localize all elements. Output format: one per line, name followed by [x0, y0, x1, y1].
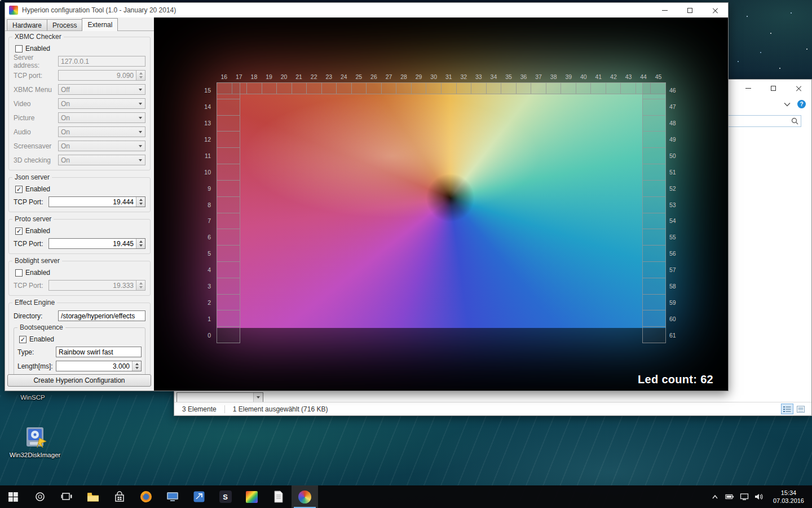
status-selection: 1 Element ausgewählt (716 KB) [233, 405, 328, 413]
taskbar-app-monitor[interactable] [159, 485, 186, 508]
close-button[interactable] [703, 3, 728, 17]
taskbar-app-blue[interactable] [186, 485, 212, 508]
taskbar-app-s[interactable]: S [212, 485, 239, 508]
spin-up-icon[interactable] [139, 240, 143, 243]
create-configuration-button[interactable]: Create Hyperion Configuration [7, 374, 151, 387]
taskbar-app-light[interactable] [265, 485, 292, 508]
field-label: TCP Port: [14, 240, 48, 248]
close-icon [796, 85, 802, 91]
json-tcp-port-spinner[interactable]: 19.444 [48, 196, 145, 207]
proto-enabled-checkbox[interactable]: ✓ [15, 227, 23, 235]
spin-buttons[interactable] [132, 361, 141, 371]
effects-directory-input[interactable] [58, 310, 145, 321]
spin-down-icon[interactable] [139, 76, 143, 78]
field-label: XBMC Menu [14, 86, 58, 94]
led-label: 5 [194, 246, 214, 262]
group-title: Json server [12, 173, 52, 181]
xbmc-tcp-port-spinner[interactable]: 9.090 [58, 70, 145, 81]
led-cell [642, 116, 666, 132]
spin-up-icon[interactable] [139, 282, 143, 284]
spin-buttons[interactable] [136, 239, 145, 248]
picture-combo[interactable]: On [58, 112, 145, 123]
bootsequence-type-input[interactable] [56, 347, 142, 357]
taskbar-clock[interactable]: 15:34 07.03.2016 [770, 489, 807, 505]
video-combo[interactable]: On [58, 98, 145, 109]
led-label: 53 [668, 196, 686, 213]
led-label: 16 [217, 72, 232, 81]
taskbar-store[interactable] [106, 485, 133, 508]
spin-up-icon[interactable] [135, 363, 139, 365]
led-cell [217, 148, 240, 164]
xbmc-menu-combo[interactable]: Off [58, 84, 145, 95]
ribbon-chevron-icon[interactable] [784, 102, 791, 107]
server-address-input[interactable] [58, 56, 145, 67]
proto-tcp-port-spinner[interactable]: 19.445 [48, 238, 145, 249]
title-bar[interactable]: Hyperion configuration Tool (1.0 - Janua… [5, 3, 728, 17]
maximize-icon [687, 8, 692, 13]
task-view-button[interactable] [53, 485, 80, 508]
taskbar-firefox[interactable] [133, 485, 159, 508]
search-button[interactable] [27, 485, 53, 508]
tray-battery[interactable] [722, 485, 737, 508]
taskbar-color-tool[interactable] [239, 485, 265, 508]
field-label: TCP Port: [14, 198, 48, 206]
audio-combo[interactable]: On [58, 126, 145, 137]
spin-down-icon[interactable] [139, 244, 143, 247]
tab-external[interactable]: External [82, 18, 118, 31]
field-label: Picture [14, 114, 58, 122]
boblight-tcp-port-spinner[interactable]: 19.333 [48, 280, 145, 291]
minimize-button[interactable] [735, 80, 761, 97]
spin-down-icon[interactable] [139, 203, 143, 205]
search-icon[interactable] [791, 117, 798, 125]
led-label: 57 [668, 262, 686, 278]
dropdown-button[interactable] [253, 393, 263, 402]
maximize-button[interactable] [677, 3, 703, 17]
minimize-button[interactable] [652, 3, 677, 17]
desktop-icon-label: WinSCP [20, 394, 45, 401]
led-cell [642, 295, 666, 311]
screensaver-combo[interactable]: On [58, 141, 145, 151]
tab-hardware[interactable]: Hardware [7, 19, 47, 30]
bootsequence-enabled-checkbox[interactable]: ✓ [19, 336, 27, 343]
help-icon[interactable]: ? [797, 100, 806, 108]
tray-volume[interactable] [752, 485, 766, 508]
spin-down-icon[interactable] [139, 286, 143, 288]
tray-network[interactable] [737, 485, 752, 508]
desktop-icon-win32diskimager[interactable]: Win32DiskImager [5, 424, 65, 458]
start-button[interactable] [0, 485, 27, 508]
spin-buttons[interactable] [136, 71, 145, 80]
led-cell [367, 82, 382, 94]
json-enabled-checkbox[interactable]: ✓ [15, 186, 23, 193]
spin-buttons[interactable] [136, 281, 145, 290]
led-label: 43 [621, 72, 636, 81]
field-label: TCP Port: [14, 282, 48, 290]
spin-down-icon[interactable] [135, 367, 139, 369]
led-label: 13 [194, 115, 214, 132]
led-cell [277, 82, 292, 94]
group-boblight-server: Boblight server ✓ Enabled TCP Port: 19.3… [8, 261, 151, 296]
spin-buttons[interactable] [136, 197, 145, 207]
xbmc-enabled-checkbox[interactable]: ✓ [15, 45, 23, 52]
maximize-button[interactable] [761, 80, 786, 97]
threed-checking-combo[interactable]: On [58, 155, 145, 165]
tab-process[interactable]: Process [47, 19, 82, 30]
led-cell [642, 132, 666, 148]
thumbnail-view-button[interactable] [795, 404, 807, 414]
close-button[interactable] [786, 80, 811, 97]
led-cell [642, 213, 666, 230]
close-icon [712, 7, 718, 14]
list-view-button[interactable] [781, 404, 793, 414]
field-label: Length[ms]: [17, 362, 56, 370]
network-icon [740, 493, 749, 501]
boblight-enabled-checkbox[interactable]: ✓ [15, 269, 23, 277]
spin-up-icon[interactable] [139, 199, 143, 201]
taskbar-hyperion-active[interactable] [292, 485, 318, 508]
led-cell [457, 82, 472, 94]
firefox-icon [139, 490, 153, 503]
bootsequence-length-spinner[interactable]: 3.000 [56, 361, 142, 371]
tray-show-hidden[interactable] [708, 485, 722, 508]
tab-bar: Hardware Process External [5, 17, 154, 31]
partial-combobox[interactable] [176, 392, 263, 402]
taskbar-file-explorer[interactable] [80, 485, 106, 508]
spin-up-icon[interactable] [139, 72, 143, 75]
